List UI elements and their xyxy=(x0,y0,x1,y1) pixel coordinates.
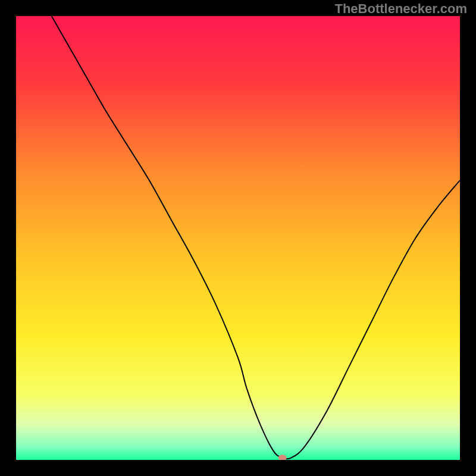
chart-svg xyxy=(16,16,460,460)
watermark-text: TheBottlenecker.com xyxy=(334,1,467,17)
chart-background xyxy=(16,16,460,460)
chart-plot-area xyxy=(16,16,460,460)
